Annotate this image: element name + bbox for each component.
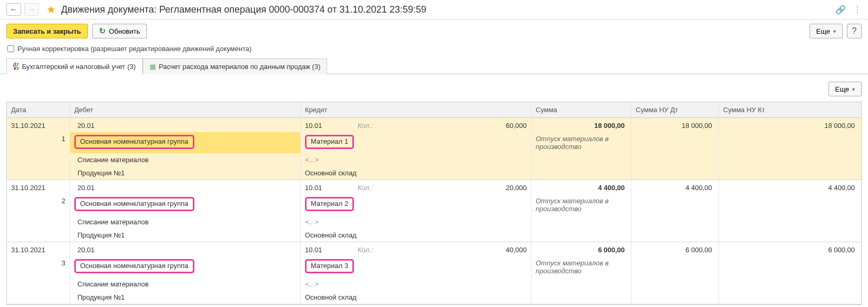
help-button[interactable]: ?: [847, 24, 862, 38]
cell-credit-item: Материал 2: [301, 194, 531, 215]
cell-rownum: 2: [7, 194, 70, 215]
col-debit[interactable]: Дебет: [70, 102, 301, 117]
cell-desc: Отпуск материалов в производство: [531, 256, 632, 278]
cell-debit-acc: 20.01: [70, 180, 301, 194]
tab-material-calc-label: Расчет расхода материалов по данным прод…: [159, 63, 321, 71]
tabs-bar: ДтКт Бухгалтерский и налоговый учет (3) …: [0, 58, 868, 74]
cell-nudt: 6 000,00: [632, 242, 719, 256]
cell-credit-acc: 10.01Кол.:60,000: [301, 118, 531, 132]
manual-edit-label: Ручная корректировка (разрешает редактир…: [17, 45, 252, 53]
titlebar: ← → ★ Движения документа: Регламентная о…: [0, 0, 868, 19]
grid-icon: ▦: [150, 63, 156, 71]
tab-material-calc[interactable]: ▦ Расчет расхода материалов по данным пр…: [143, 58, 328, 74]
link-icon[interactable]: 🔗: [835, 5, 846, 15]
cell-nudt: 4 400,00: [632, 180, 719, 194]
cell-date: 31.10.2021: [7, 180, 70, 194]
cell-debit-l4: Продукция №1: [70, 166, 301, 180]
grid-toolbar: Еще: [0, 74, 868, 102]
cell-sum: 18 000,00: [531, 118, 632, 132]
cell-debit-group: Основная номенклатурная группа: [70, 132, 301, 153]
cell-credit-l3: <...>: [301, 278, 531, 291]
table-row[interactable]: 31.10.202120.0110.01Кол.:20,0004 400,004…: [7, 180, 861, 242]
cell-debit-l4: Продукция №1: [70, 291, 301, 304]
tab-accounting-label: Бухгалтерский и налоговый учет (3): [22, 63, 136, 71]
cell-nukt: 6 000,00: [719, 242, 861, 256]
cell-credit-l4: Основной склад: [301, 291, 531, 304]
cell-date: 31.10.2021: [7, 118, 70, 132]
cell-debit-group: Основная номенклатурная группа: [70, 194, 301, 215]
cell-date: 31.10.2021: [7, 242, 70, 256]
refresh-button[interactable]: ↻ Обновить: [92, 24, 147, 38]
table-row[interactable]: 31.10.202120.0110.01Кол.:40,0006 000,006…: [7, 242, 861, 304]
cell-sum: 6 000,00: [531, 242, 632, 256]
cell-credit-acc: 10.01Кол.:40,000: [301, 242, 531, 256]
manual-edit-checkbox[interactable]: [7, 45, 14, 52]
entries-grid: Дата Дебет Кредит Сумма Сумма НУ Дт Сумм…: [6, 102, 862, 305]
grid-header: Дата Дебет Кредит Сумма Сумма НУ Дт Сумм…: [7, 102, 861, 118]
cell-credit-l3: <...>: [301, 215, 531, 229]
cell-credit-item: Материал 3: [301, 256, 531, 278]
refresh-label: Обновить: [109, 27, 140, 35]
favorite-star-icon[interactable]: ★: [46, 3, 56, 16]
cell-credit-l4: Основной склад: [301, 166, 531, 180]
cell-nukt: 4 400,00: [719, 180, 861, 194]
cell-rownum: 3: [7, 256, 70, 278]
cell-credit-item: Материал 1: [301, 132, 531, 153]
cell-debit-l3: Списание материалов: [70, 215, 301, 229]
cell-desc: Отпуск материалов в производство: [531, 194, 632, 215]
col-nukt[interactable]: Сумма НУ Кт: [719, 102, 861, 117]
cell-rownum: 1: [7, 132, 70, 153]
nav-forward-button[interactable]: →: [24, 3, 39, 16]
dtkt-icon: ДтКт: [13, 62, 19, 71]
cell-credit-l3: <...>: [301, 153, 531, 166]
cell-debit-l3: Списание материалов: [70, 153, 301, 166]
manual-edit-row: Ручная корректировка (разрешает редактир…: [0, 43, 868, 58]
col-sum[interactable]: Сумма: [531, 102, 632, 117]
main-toolbar: Записать и закрыть ↻ Обновить Еще ?: [0, 19, 868, 43]
cell-credit-acc: 10.01Кол.:20,000: [301, 180, 531, 194]
cell-nudt: 18 000,00: [632, 118, 719, 132]
grid-more-button[interactable]: Еще: [828, 82, 862, 96]
col-date[interactable]: Дата: [7, 102, 70, 117]
window-title: Движения документа: Регламентная операци…: [61, 4, 832, 15]
save-and-close-button[interactable]: Записать и закрыть: [6, 24, 88, 38]
cell-debit-group: Основная номенклатурная группа: [70, 256, 301, 278]
nav-back-button[interactable]: ←: [6, 3, 21, 16]
cell-debit-l3: Списание материалов: [70, 278, 301, 291]
table-row[interactable]: 31.10.202120.0110.01Кол.:60,00018 000,00…: [7, 118, 861, 180]
kebab-menu-icon[interactable]: ⋮: [853, 5, 862, 15]
cell-nukt: 18 000,00: [719, 118, 861, 132]
cell-debit-l4: Продукция №1: [70, 229, 301, 242]
cell-desc: Отпуск материалов в производство: [531, 132, 632, 153]
more-button[interactable]: Еще: [810, 24, 843, 38]
col-credit[interactable]: Кредит: [301, 102, 531, 117]
cell-credit-l4: Основной склад: [301, 229, 531, 242]
refresh-icon: ↻: [99, 26, 106, 36]
cell-debit-acc: 20.01: [70, 118, 301, 132]
tab-accounting[interactable]: ДтКт Бухгалтерский и налоговый учет (3): [6, 58, 143, 74]
cell-sum: 4 400,00: [531, 180, 632, 194]
cell-debit-acc: 20.01: [70, 242, 301, 256]
col-nudt[interactable]: Сумма НУ Дт: [632, 102, 719, 117]
